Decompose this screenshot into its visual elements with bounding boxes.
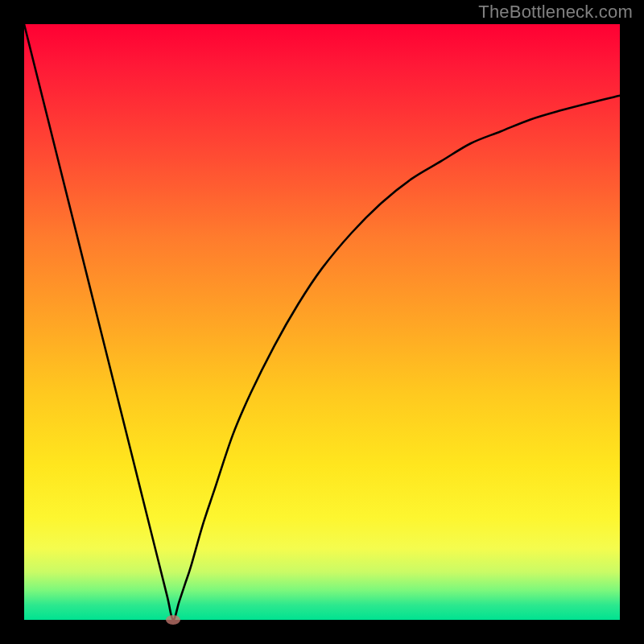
minimum-marker xyxy=(166,615,180,625)
plot-area xyxy=(24,24,620,620)
chart-frame: TheBottleneck.com xyxy=(0,0,644,644)
bottleneck-curve xyxy=(24,24,620,620)
watermark-text: TheBottleneck.com xyxy=(478,2,633,23)
curve-svg xyxy=(24,24,620,620)
